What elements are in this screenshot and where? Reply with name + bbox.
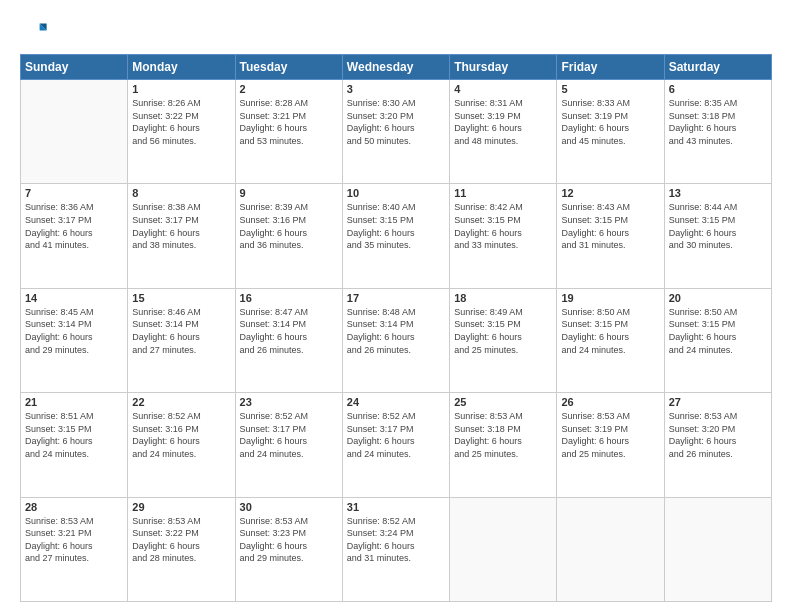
- day-number: 11: [454, 187, 552, 199]
- calendar-header-saturday: Saturday: [664, 55, 771, 80]
- day-number: 22: [132, 396, 230, 408]
- day-info: Sunrise: 8:50 AM Sunset: 3:15 PM Dayligh…: [561, 306, 659, 356]
- day-number: 2: [240, 83, 338, 95]
- day-number: 31: [347, 501, 445, 513]
- day-number: 8: [132, 187, 230, 199]
- logo: [20, 18, 52, 46]
- calendar-cell: 10Sunrise: 8:40 AM Sunset: 3:15 PM Dayli…: [342, 184, 449, 288]
- calendar-cell: 26Sunrise: 8:53 AM Sunset: 3:19 PM Dayli…: [557, 393, 664, 497]
- day-info: Sunrise: 8:28 AM Sunset: 3:21 PM Dayligh…: [240, 97, 338, 147]
- day-number: 19: [561, 292, 659, 304]
- calendar-week-row: 7Sunrise: 8:36 AM Sunset: 3:17 PM Daylig…: [21, 184, 772, 288]
- day-number: 29: [132, 501, 230, 513]
- calendar-table: SundayMondayTuesdayWednesdayThursdayFrid…: [20, 54, 772, 602]
- day-number: 21: [25, 396, 123, 408]
- calendar-cell: 11Sunrise: 8:42 AM Sunset: 3:15 PM Dayli…: [450, 184, 557, 288]
- calendar-header-wednesday: Wednesday: [342, 55, 449, 80]
- logo-icon: [20, 18, 48, 46]
- day-number: 18: [454, 292, 552, 304]
- calendar-cell: 6Sunrise: 8:35 AM Sunset: 3:18 PM Daylig…: [664, 80, 771, 184]
- calendar-header-row: SundayMondayTuesdayWednesdayThursdayFrid…: [21, 55, 772, 80]
- day-info: Sunrise: 8:43 AM Sunset: 3:15 PM Dayligh…: [561, 201, 659, 251]
- day-info: Sunrise: 8:31 AM Sunset: 3:19 PM Dayligh…: [454, 97, 552, 147]
- day-info: Sunrise: 8:49 AM Sunset: 3:15 PM Dayligh…: [454, 306, 552, 356]
- day-info: Sunrise: 8:53 AM Sunset: 3:19 PM Dayligh…: [561, 410, 659, 460]
- day-number: 14: [25, 292, 123, 304]
- day-number: 30: [240, 501, 338, 513]
- day-number: 1: [132, 83, 230, 95]
- day-number: 26: [561, 396, 659, 408]
- calendar-cell: 31Sunrise: 8:52 AM Sunset: 3:24 PM Dayli…: [342, 497, 449, 601]
- day-number: 15: [132, 292, 230, 304]
- day-info: Sunrise: 8:45 AM Sunset: 3:14 PM Dayligh…: [25, 306, 123, 356]
- calendar-cell: 15Sunrise: 8:46 AM Sunset: 3:14 PM Dayli…: [128, 288, 235, 392]
- calendar-cell: 29Sunrise: 8:53 AM Sunset: 3:22 PM Dayli…: [128, 497, 235, 601]
- day-info: Sunrise: 8:26 AM Sunset: 3:22 PM Dayligh…: [132, 97, 230, 147]
- day-number: 17: [347, 292, 445, 304]
- day-info: Sunrise: 8:39 AM Sunset: 3:16 PM Dayligh…: [240, 201, 338, 251]
- day-info: Sunrise: 8:40 AM Sunset: 3:15 PM Dayligh…: [347, 201, 445, 251]
- calendar-cell: 5Sunrise: 8:33 AM Sunset: 3:19 PM Daylig…: [557, 80, 664, 184]
- calendar-week-row: 14Sunrise: 8:45 AM Sunset: 3:14 PM Dayli…: [21, 288, 772, 392]
- calendar-cell: 8Sunrise: 8:38 AM Sunset: 3:17 PM Daylig…: [128, 184, 235, 288]
- day-info: Sunrise: 8:47 AM Sunset: 3:14 PM Dayligh…: [240, 306, 338, 356]
- day-info: Sunrise: 8:53 AM Sunset: 3:22 PM Dayligh…: [132, 515, 230, 565]
- calendar-cell: [557, 497, 664, 601]
- day-number: 24: [347, 396, 445, 408]
- calendar-cell: 27Sunrise: 8:53 AM Sunset: 3:20 PM Dayli…: [664, 393, 771, 497]
- day-number: 23: [240, 396, 338, 408]
- day-number: 5: [561, 83, 659, 95]
- day-info: Sunrise: 8:35 AM Sunset: 3:18 PM Dayligh…: [669, 97, 767, 147]
- calendar-cell: 16Sunrise: 8:47 AM Sunset: 3:14 PM Dayli…: [235, 288, 342, 392]
- calendar-cell: 14Sunrise: 8:45 AM Sunset: 3:14 PM Dayli…: [21, 288, 128, 392]
- day-number: 20: [669, 292, 767, 304]
- calendar-cell: 13Sunrise: 8:44 AM Sunset: 3:15 PM Dayli…: [664, 184, 771, 288]
- day-info: Sunrise: 8:46 AM Sunset: 3:14 PM Dayligh…: [132, 306, 230, 356]
- day-info: Sunrise: 8:51 AM Sunset: 3:15 PM Dayligh…: [25, 410, 123, 460]
- day-info: Sunrise: 8:52 AM Sunset: 3:16 PM Dayligh…: [132, 410, 230, 460]
- day-number: 25: [454, 396, 552, 408]
- calendar-cell: [450, 497, 557, 601]
- calendar-cell: 3Sunrise: 8:30 AM Sunset: 3:20 PM Daylig…: [342, 80, 449, 184]
- day-number: 13: [669, 187, 767, 199]
- calendar-cell: 23Sunrise: 8:52 AM Sunset: 3:17 PM Dayli…: [235, 393, 342, 497]
- calendar-cell: 20Sunrise: 8:50 AM Sunset: 3:15 PM Dayli…: [664, 288, 771, 392]
- calendar-cell: 24Sunrise: 8:52 AM Sunset: 3:17 PM Dayli…: [342, 393, 449, 497]
- day-info: Sunrise: 8:33 AM Sunset: 3:19 PM Dayligh…: [561, 97, 659, 147]
- day-info: Sunrise: 8:30 AM Sunset: 3:20 PM Dayligh…: [347, 97, 445, 147]
- day-number: 10: [347, 187, 445, 199]
- calendar-cell: 7Sunrise: 8:36 AM Sunset: 3:17 PM Daylig…: [21, 184, 128, 288]
- calendar-cell: 4Sunrise: 8:31 AM Sunset: 3:19 PM Daylig…: [450, 80, 557, 184]
- calendar-header-sunday: Sunday: [21, 55, 128, 80]
- calendar-cell: [21, 80, 128, 184]
- day-number: 27: [669, 396, 767, 408]
- day-number: 16: [240, 292, 338, 304]
- calendar-header-friday: Friday: [557, 55, 664, 80]
- calendar-week-row: 1Sunrise: 8:26 AM Sunset: 3:22 PM Daylig…: [21, 80, 772, 184]
- calendar-cell: 17Sunrise: 8:48 AM Sunset: 3:14 PM Dayli…: [342, 288, 449, 392]
- day-number: 6: [669, 83, 767, 95]
- calendar-week-row: 28Sunrise: 8:53 AM Sunset: 3:21 PM Dayli…: [21, 497, 772, 601]
- day-number: 28: [25, 501, 123, 513]
- day-info: Sunrise: 8:44 AM Sunset: 3:15 PM Dayligh…: [669, 201, 767, 251]
- calendar-cell: 1Sunrise: 8:26 AM Sunset: 3:22 PM Daylig…: [128, 80, 235, 184]
- day-number: 4: [454, 83, 552, 95]
- calendar-cell: 9Sunrise: 8:39 AM Sunset: 3:16 PM Daylig…: [235, 184, 342, 288]
- calendar-cell: 22Sunrise: 8:52 AM Sunset: 3:16 PM Dayli…: [128, 393, 235, 497]
- day-number: 3: [347, 83, 445, 95]
- day-number: 9: [240, 187, 338, 199]
- day-info: Sunrise: 8:50 AM Sunset: 3:15 PM Dayligh…: [669, 306, 767, 356]
- calendar-header-monday: Monday: [128, 55, 235, 80]
- day-info: Sunrise: 8:42 AM Sunset: 3:15 PM Dayligh…: [454, 201, 552, 251]
- day-info: Sunrise: 8:52 AM Sunset: 3:17 PM Dayligh…: [240, 410, 338, 460]
- day-info: Sunrise: 8:36 AM Sunset: 3:17 PM Dayligh…: [25, 201, 123, 251]
- day-info: Sunrise: 8:48 AM Sunset: 3:14 PM Dayligh…: [347, 306, 445, 356]
- day-info: Sunrise: 8:53 AM Sunset: 3:23 PM Dayligh…: [240, 515, 338, 565]
- calendar-cell: 2Sunrise: 8:28 AM Sunset: 3:21 PM Daylig…: [235, 80, 342, 184]
- day-number: 12: [561, 187, 659, 199]
- day-info: Sunrise: 8:38 AM Sunset: 3:17 PM Dayligh…: [132, 201, 230, 251]
- day-number: 7: [25, 187, 123, 199]
- calendar-cell: 21Sunrise: 8:51 AM Sunset: 3:15 PM Dayli…: [21, 393, 128, 497]
- calendar-cell: 19Sunrise: 8:50 AM Sunset: 3:15 PM Dayli…: [557, 288, 664, 392]
- page: SundayMondayTuesdayWednesdayThursdayFrid…: [0, 0, 792, 612]
